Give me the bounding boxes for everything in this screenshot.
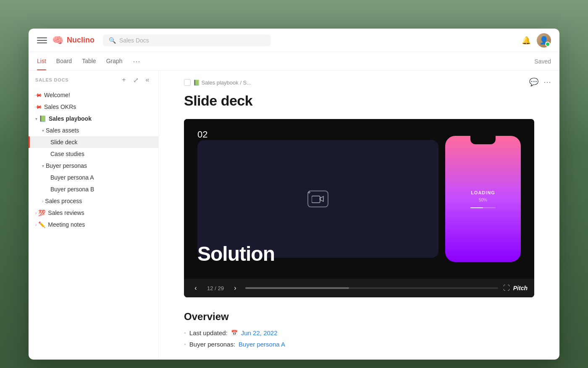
chevron-down-icon: ▾ bbox=[35, 116, 37, 121]
doc-area: 💬 ⋯ 📗 Sales playbook / S... Slide deck 0… bbox=[159, 71, 559, 360]
search-bar[interactable]: 🔍 Sales Docs bbox=[103, 34, 271, 46]
sidebar-item-buyer-personas[interactable]: ▾ Buyer personas ☐ bbox=[29, 160, 158, 172]
tab-list[interactable]: List bbox=[37, 58, 46, 65]
pin-icon: 📌 bbox=[34, 103, 43, 111]
add-item-button[interactable]: + bbox=[120, 76, 128, 84]
overview-item-updated: ● Last updated: 📅 Jun 22, 2022 bbox=[184, 329, 534, 336]
tabs-left: List Board Table Graph ⋯ bbox=[37, 57, 140, 66]
avatar-image: 👤 bbox=[539, 36, 549, 45]
slide-nav: ‹ 12 / 29 › bbox=[191, 283, 240, 293]
overview-label: Buyer personas: bbox=[189, 341, 235, 348]
hamburger-menu[interactable] bbox=[37, 35, 47, 45]
tab-board[interactable]: Board bbox=[56, 58, 72, 65]
page-title: Slide deck bbox=[184, 93, 534, 109]
chevron-right-icon: › bbox=[35, 211, 37, 215]
folder-emoji: ✏️ bbox=[38, 221, 45, 228]
search-placeholder: Sales Docs bbox=[119, 37, 149, 44]
sidebar-item-buyer-persona-b[interactable]: Buyer persona B bbox=[29, 183, 158, 195]
avatar[interactable]: 👤 bbox=[537, 33, 551, 48]
overview-date-link[interactable]: Jun 22, 2022 bbox=[241, 329, 278, 336]
sidebar-item-label: Welcome! bbox=[44, 92, 147, 98]
tab-table[interactable]: Table bbox=[82, 58, 96, 65]
app-window: 🧠 Nuclino 🔍 Sales Docs 🔔 👤 List Board Ta… bbox=[29, 29, 559, 360]
chevron-down-icon: ▾ bbox=[42, 128, 44, 133]
svg-rect-0 bbox=[312, 196, 320, 203]
comment-icon[interactable]: 💬 bbox=[529, 77, 538, 87]
slide-embed: 02 + bbox=[184, 119, 534, 297]
sidebar-title: SALES DOCS bbox=[35, 77, 69, 82]
loading-bar-fill bbox=[470, 207, 483, 208]
slide-progress-fill bbox=[245, 287, 349, 289]
overview-buyer-persona-link[interactable]: Buyer persona A bbox=[239, 341, 285, 348]
tab-graph[interactable]: Graph bbox=[106, 58, 123, 65]
tabs-more-icon[interactable]: ⋯ bbox=[133, 57, 140, 66]
more-options-icon[interactable]: ⋯ bbox=[543, 77, 551, 87]
search-icon: 🔍 bbox=[109, 37, 116, 44]
breadcrumb-text: 📗 Sales playbook / S... bbox=[193, 79, 251, 86]
main-content: SALES DOCS + ⤢ « 📌 Welcome! ☐ 📌 Sales OK bbox=[29, 71, 559, 360]
folder-emoji: 📗 bbox=[39, 115, 46, 122]
slide-progress-bar bbox=[245, 287, 498, 289]
overview-heading: Overview bbox=[184, 311, 534, 323]
loading-percent: 50% bbox=[479, 198, 487, 202]
calendar-icon: 📅 bbox=[231, 330, 238, 336]
slide-panel-right: LOADING 50% bbox=[445, 136, 521, 262]
slide-fullscreen-button[interactable]: ⛶ bbox=[503, 284, 510, 292]
collapse-sidebar-button[interactable]: « bbox=[143, 76, 152, 84]
sidebar-item-label: Case studies bbox=[50, 151, 152, 157]
sidebar-item-label: Sales playbook bbox=[49, 115, 147, 122]
sidebar-item-label: Sales reviews bbox=[48, 209, 147, 216]
chevron-right-icon: › bbox=[35, 222, 37, 227]
slide-controls: ‹ 12 / 29 › ⛶ Pitch bbox=[184, 279, 534, 297]
loading-bar bbox=[470, 207, 496, 208]
camera-icon: + bbox=[307, 191, 328, 207]
slide-pitch-logo: Pitch bbox=[513, 285, 528, 291]
saved-status: Saved bbox=[534, 58, 551, 65]
slide-next-button[interactable]: › bbox=[230, 283, 240, 293]
slide-solution-text: Solution bbox=[197, 242, 275, 265]
sidebar-item-label: Meeting notes bbox=[48, 221, 147, 228]
bullet-icon: ● bbox=[184, 331, 186, 335]
sidebar-item-label: Buyer persona A bbox=[50, 174, 152, 181]
sidebar-item-label: Slide deck bbox=[50, 139, 152, 146]
logo-text: Nuclino bbox=[67, 36, 94, 45]
sidebar-item-label: Sales assets bbox=[46, 127, 147, 134]
sidebar-item-case-studies[interactable]: Case studies bbox=[29, 148, 158, 160]
sidebar-item-welcome[interactable]: 📌 Welcome! ☐ bbox=[29, 89, 158, 101]
sidebar-item-sales-process[interactable]: › Sales process ☐ bbox=[29, 195, 158, 207]
sidebar-item-buyer-persona-a[interactable]: Buyer persona A bbox=[29, 172, 158, 183]
breadcrumb-checkbox[interactable] bbox=[184, 79, 191, 86]
slide-panel-left: + bbox=[197, 140, 438, 258]
sidebar-item-meeting-notes[interactable]: › ✏️ Meeting notes ☐ bbox=[29, 219, 158, 230]
tabs-bar: List Board Table Graph ⋯ Saved bbox=[29, 52, 559, 71]
slide-prev-button[interactable]: ‹ bbox=[191, 283, 201, 293]
sidebar-actions: + ⤢ « bbox=[120, 76, 152, 84]
overview-label: Last updated: bbox=[189, 329, 228, 336]
sidebar: SALES DOCS + ⤢ « 📌 Welcome! ☐ 📌 Sales OK bbox=[29, 71, 159, 360]
sidebar-item-label: Sales process bbox=[45, 198, 147, 204]
header: 🧠 Nuclino 🔍 Sales Docs 🔔 👤 bbox=[29, 29, 559, 52]
phone-loading-content: LOADING 50% bbox=[470, 190, 496, 208]
sidebar-item-slide-deck[interactable]: Slide deck bbox=[29, 136, 158, 148]
sidebar-items: 📌 Welcome! ☐ 📌 Sales OKRs ☐ ▾ 📗 Sales pl… bbox=[29, 87, 158, 232]
overview-list: ● Last updated: 📅 Jun 22, 2022 ● Buyer p… bbox=[184, 329, 534, 348]
sidebar-item-sales-assets[interactable]: ▾ Sales assets ☐ bbox=[29, 124, 158, 136]
logo-icon: 🧠 bbox=[52, 35, 63, 46]
phone-notch bbox=[470, 136, 496, 144]
pin-icon: 📌 bbox=[34, 91, 43, 100]
sidebar-item-label: Sales OKRs bbox=[44, 103, 147, 110]
sidebar-header: SALES DOCS + ⤢ « bbox=[29, 71, 158, 87]
chevron-down-icon: ▾ bbox=[42, 164, 44, 168]
notification-bell-icon[interactable]: 🔔 bbox=[522, 36, 531, 45]
sidebar-item-sales-playbook[interactable]: ▾ 📗 Sales playbook ☐ bbox=[29, 113, 158, 124]
sidebar-item-okrs[interactable]: 📌 Sales OKRs ☐ bbox=[29, 101, 158, 113]
breadcrumb: 📗 Sales playbook / S... bbox=[184, 79, 534, 86]
overview-item-buyer-personas: ● Buyer personas: Buyer persona A bbox=[184, 341, 534, 348]
slide-counter: 12 / 29 bbox=[205, 285, 226, 291]
sidebar-item-label: Buyer persona B bbox=[50, 186, 152, 193]
active-indicator bbox=[29, 136, 30, 148]
sidebar-item-sales-reviews[interactable]: › 💯 Sales reviews ☐ bbox=[29, 207, 158, 219]
sidebar-item-label: Buyer personas bbox=[46, 162, 147, 169]
app-logo: 🧠 Nuclino bbox=[52, 35, 94, 46]
expand-sidebar-button[interactable]: ⤢ bbox=[131, 76, 140, 84]
